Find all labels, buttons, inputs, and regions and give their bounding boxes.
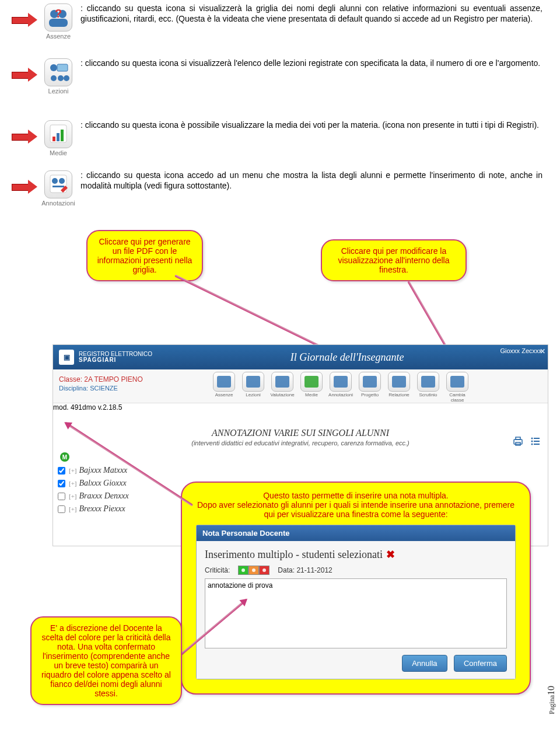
user-name: Gioxxx Zecxxx [500,347,542,354]
svg-rect-24 [392,376,406,388]
arrow-icon [12,130,38,144]
svg-rect-12 [61,130,64,141]
nav-cambia-classe[interactable]: Cambia classe [444,372,471,403]
nav-icon [213,372,235,392]
criticita-callout: E' a discrezione del Docente la scelta d… [30,616,182,705]
nav-scrutinio[interactable]: Scrutinio [415,372,442,403]
nav-valutazione[interactable]: Valutazione [269,372,296,403]
assenze-description: : cliccando su questa icona si visualizz… [80,4,548,40]
close-icon[interactable]: ✕ [540,347,545,355]
student-name: Brexxx Piexxx [79,504,125,514]
note-textarea[interactable] [205,578,507,648]
svg-rect-22 [334,376,348,388]
nav-label: Assenze [211,392,237,397]
nav-label: Medie [298,392,325,397]
svg-rect-10 [52,137,55,141]
print-icon[interactable] [512,435,524,448]
svg-rect-11 [57,133,60,141]
student-checkbox[interactable] [58,467,65,475]
criticita-text: E' a discrezione del Docente la scelta d… [41,623,171,698]
teacher-students-icon [44,58,72,86]
dialog-header: Nota Personale Docente [197,525,515,541]
nav-annotazioni[interactable]: Annotazioni [327,372,354,403]
student-name: Bajxxx Matxxx [79,466,128,475]
svg-point-6 [51,75,57,81]
student-checkbox[interactable] [58,493,65,500]
expand-icon[interactable]: [+] [69,505,77,512]
nav-icon [242,372,264,392]
nav-icon [417,372,439,392]
student-name: Balxxx Gioxxx [79,479,127,488]
nav-icon [446,372,468,392]
svg-rect-2 [49,19,68,27]
criticity-green[interactable] [238,566,249,575]
discipline-info: Disciplina: SCIENZE [59,385,211,392]
svg-point-15 [59,178,65,184]
svg-rect-31 [534,438,540,439]
view-callout-text: Cliccare qui per modificare la visualizz… [338,246,449,274]
nav-label: Lezioni [240,392,267,397]
svg-rect-21 [304,376,318,388]
svg-rect-19 [246,376,260,388]
svg-point-8 [64,75,69,81]
svg-rect-25 [421,376,435,388]
svg-rect-5 [57,64,68,71]
nav-assenze[interactable]: Assenze [211,372,237,403]
module-version: mod. 491dmo v.2.18.5 [53,403,548,411]
svg-rect-27 [514,439,522,444]
nav-label: Annotazioni [327,392,354,397]
student-checkbox[interactable] [58,505,65,513]
dialog-close-icon[interactable]: ✖ [386,549,395,560]
nav-icon [300,372,323,392]
expand-icon[interactable]: [+] [69,480,77,487]
medie-icon-button[interactable]: Medie [41,120,76,156]
bar-chart-icon [44,120,72,148]
svg-point-34 [531,444,533,445]
list-view-icon[interactable] [529,435,542,448]
nav-label: Progetto [356,392,383,397]
cancel-button[interactable]: Annulla [402,655,447,672]
nav-label: Relazione [386,392,412,397]
svg-rect-16 [52,186,64,187]
svg-point-7 [58,75,64,81]
svg-rect-33 [534,441,540,442]
brand-logo-icon: ▣ [59,350,74,365]
criticity-red[interactable] [259,566,270,575]
assenze-icon-button[interactable]: ? Assenze [41,4,76,40]
nav-label: Valutazione [269,392,296,397]
arrow-icon [12,13,38,27]
multi-note-more: Dopo aver selezionato gli alunni per i q… [191,500,520,519]
arrow-icon [12,180,38,194]
nav-progetto[interactable]: Progetto [356,372,383,403]
svg-rect-28 [516,437,520,439]
nav-label: Cambia classe [444,392,471,403]
nav-relazione[interactable]: Relazione [386,372,412,403]
expand-icon[interactable]: [+] [69,493,77,500]
confirm-button[interactable]: Conferma [454,655,507,672]
multi-note-button[interactable]: M [60,452,69,462]
nav-lezioni[interactable]: Lezioni [240,372,267,403]
lezioni-icon-button[interactable]: Lezioni [41,58,76,95]
lezioni-label: Lezioni [48,88,69,95]
nav-label: Scrutinio [415,392,442,397]
toolbar: Classe: 2A TEMPO PIENO Disciplina: SCIEN… [53,369,548,403]
criticity-label: Criticità: [205,566,230,574]
student-checkbox[interactable] [58,480,65,487]
annotazioni-icon-button[interactable]: Annotazioni [41,170,76,207]
annotazioni-label: Annotazioni [41,200,75,207]
section-title: ANNOTAZIONI VARIE SUI SINGOLI ALUNNI [59,428,542,438]
nav-medie[interactable]: Medie [298,372,325,403]
expand-icon[interactable]: [+] [69,467,77,474]
student-name: Braxxx Denxxx [79,491,129,501]
class-info: Classe: 2A TEMPO PIENO [59,375,211,383]
criticity-orange[interactable] [249,566,259,575]
svg-rect-20 [275,376,289,388]
view-callout: Cliccare qui per modificare la visualizz… [321,239,467,281]
multi-note-intro: Questo tasto permette di inserire una no… [191,491,520,500]
svg-rect-26 [450,376,464,388]
student-row: [+]Brexxx Piexxx [57,503,191,515]
medie-description: : cliccando su questa icona è possibile … [80,120,548,156]
svg-rect-35 [534,444,540,445]
people-question-icon: ? [44,4,72,32]
medie-label: Medie [50,149,67,156]
